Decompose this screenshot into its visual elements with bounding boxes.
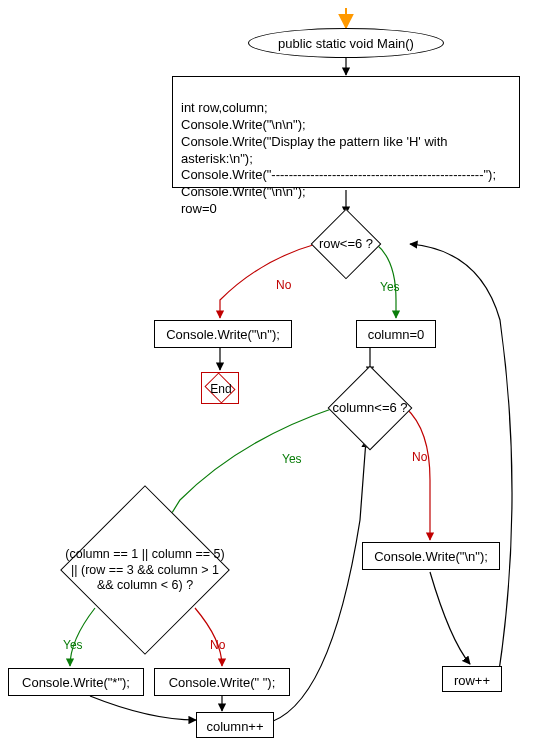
process-write-star: Console.Write("*");	[8, 668, 144, 696]
decision-row: row<=6 ?	[321, 219, 371, 269]
label-cond-yes: Yes	[63, 638, 83, 652]
decision-row-text: row<=6 ?	[311, 236, 381, 252]
process-column-increment: column++	[196, 712, 274, 738]
decision-condition: (column == 1 || column == 5) || (row == …	[85, 510, 205, 630]
process-init-text: int row,column; Console.Write("\n\n"); C…	[181, 100, 496, 216]
label-row-yes: Yes	[380, 280, 400, 294]
process-newline-row: Console.Write("\n");	[154, 320, 292, 348]
process-newline-column-text: Console.Write("\n");	[374, 549, 488, 564]
process-newline-row-text: Console.Write("\n");	[166, 327, 280, 342]
process-init: int row,column; Console.Write("\n\n"); C…	[172, 76, 520, 188]
process-column-increment-text: column++	[206, 719, 263, 734]
label-col-yes: Yes	[282, 452, 302, 466]
process-write-space-text: Console.Write(" ");	[169, 675, 276, 690]
process-row-increment-text: row++	[454, 673, 490, 688]
label-col-no: No	[412, 450, 427, 464]
process-write-space: Console.Write(" ");	[154, 668, 290, 696]
process-column-zero: column=0	[356, 320, 436, 348]
terminator-start-label: public static void Main()	[278, 36, 414, 51]
decision-column: column<=6 ?	[340, 378, 400, 438]
process-column-zero-text: column=0	[368, 327, 425, 342]
label-cond-no: No	[210, 638, 225, 652]
decision-condition-text: (column == 1 || column == 5) || (row == …	[61, 547, 229, 594]
process-write-star-text: Console.Write("*");	[22, 675, 130, 690]
process-newline-column: Console.Write("\n");	[362, 542, 500, 570]
terminator-end-text: End	[202, 373, 240, 405]
terminator-end: End	[201, 372, 239, 404]
process-row-increment: row++	[442, 666, 502, 692]
terminator-start: public static void Main()	[248, 28, 444, 58]
label-row-no: No	[276, 278, 291, 292]
decision-column-text: column<=6 ?	[328, 400, 412, 416]
flowchart-canvas: public static void Main() int row,column…	[0, 0, 537, 753]
